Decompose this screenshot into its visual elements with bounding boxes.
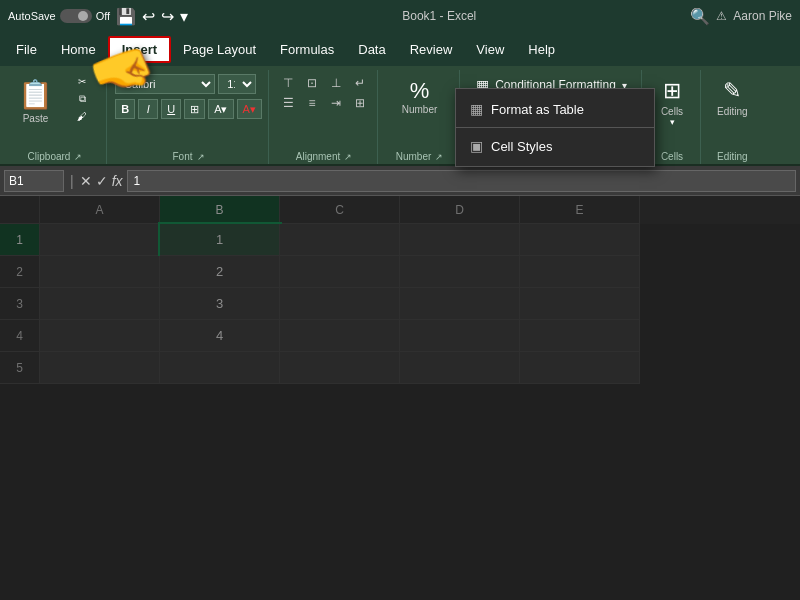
cell-d2[interactable] bbox=[400, 256, 520, 288]
col-header-d[interactable]: D bbox=[400, 196, 520, 224]
cell-b4[interactable]: 4 bbox=[160, 320, 280, 352]
clipboard-group: 📋 Paste ✂ ⧉ 🖌 Clipboard ↗ bbox=[4, 70, 107, 164]
format-table-dropdown-label: Format as Table bbox=[491, 102, 584, 117]
menu-review[interactable]: Review bbox=[398, 38, 465, 61]
align-bottom-button[interactable]: ⊥ bbox=[325, 74, 347, 92]
number-content: % Number bbox=[396, 70, 444, 151]
cell-d3[interactable] bbox=[400, 288, 520, 320]
cut-icon: ✂ bbox=[78, 76, 86, 87]
row-header-5[interactable]: 5 bbox=[0, 352, 40, 384]
font-label: Font ↗ bbox=[172, 151, 204, 164]
customize-icon[interactable]: ▾ bbox=[180, 7, 188, 26]
format-painter-button[interactable]: 🖌 bbox=[64, 109, 100, 124]
font-color-button[interactable]: A▾ bbox=[237, 99, 262, 119]
align-right-button[interactable]: ⇥ bbox=[325, 94, 347, 112]
cell-a3[interactable] bbox=[40, 288, 160, 320]
underline-button[interactable]: U bbox=[161, 99, 181, 119]
undo-icon[interactable]: ↩ bbox=[142, 7, 155, 26]
formula-cancel-icon[interactable]: ✕ bbox=[80, 173, 92, 189]
menu-page-layout[interactable]: Page Layout bbox=[171, 38, 268, 61]
row-header-2[interactable]: 2 bbox=[0, 256, 40, 288]
alignment-expand-icon[interactable]: ↗ bbox=[344, 152, 352, 162]
cell-c4[interactable] bbox=[280, 320, 400, 352]
cell-c2[interactable] bbox=[280, 256, 400, 288]
autosave-toggle[interactable]: AutoSave Off bbox=[8, 9, 110, 23]
formula-icons: ✕ ✓ bbox=[80, 173, 108, 189]
editing-icon: ✎ bbox=[723, 78, 741, 104]
cell-reference[interactable]: B1 bbox=[4, 170, 64, 192]
cell-e1[interactable] bbox=[520, 224, 640, 256]
cell-b2[interactable]: 2 bbox=[160, 256, 280, 288]
autosave-switch[interactable] bbox=[60, 9, 92, 23]
align-center-button[interactable]: ≡ bbox=[301, 94, 323, 112]
cut-button[interactable]: ✂ bbox=[64, 74, 100, 89]
cell-e2[interactable] bbox=[520, 256, 640, 288]
row-header-1[interactable]: 1 bbox=[0, 224, 40, 256]
dropdown-format-as-table[interactable]: ▦ Format as Table bbox=[456, 93, 654, 125]
column-headers: A B C D E bbox=[0, 196, 800, 224]
font-expand-icon[interactable]: ↗ bbox=[197, 152, 205, 162]
cell-d5[interactable] bbox=[400, 352, 520, 384]
cell-e4[interactable] bbox=[520, 320, 640, 352]
cell-a2[interactable] bbox=[40, 256, 160, 288]
cell-e3[interactable] bbox=[520, 288, 640, 320]
menu-help[interactable]: Help bbox=[516, 38, 567, 61]
menu-insert[interactable]: Insert bbox=[108, 36, 171, 63]
cell-c5[interactable] bbox=[280, 352, 400, 384]
number-format-button[interactable]: % Number bbox=[396, 74, 444, 119]
row-header-4[interactable]: 4 bbox=[0, 320, 40, 352]
col-header-c[interactable]: C bbox=[280, 196, 400, 224]
cell-a5[interactable] bbox=[40, 352, 160, 384]
dropdown-cell-styles[interactable]: ▣ Cell Styles bbox=[456, 130, 654, 162]
formula-divider: | bbox=[68, 173, 76, 189]
cell-a1[interactable] bbox=[40, 224, 160, 256]
bold-button[interactable]: B bbox=[115, 99, 135, 119]
table-row: 1 1 bbox=[0, 224, 800, 256]
fill-color-button[interactable]: A▾ bbox=[208, 99, 233, 119]
menu-file[interactable]: File bbox=[4, 38, 49, 61]
menu-formulas[interactable]: Formulas bbox=[268, 38, 346, 61]
italic-button[interactable]: I bbox=[138, 99, 158, 119]
alignment-group: ⊤ ⊡ ⊥ ↵ ☰ ≡ ⇥ ⊞ Alignment ↗ bbox=[271, 70, 378, 164]
cell-c1[interactable] bbox=[280, 224, 400, 256]
align-top-button[interactable]: ⊤ bbox=[277, 74, 299, 92]
paste-button[interactable]: 📋 Paste bbox=[10, 74, 61, 128]
corner-cell bbox=[0, 196, 40, 224]
merge-button[interactable]: ⊞ bbox=[349, 94, 371, 112]
col-header-a[interactable]: A bbox=[40, 196, 160, 224]
sheet-container: A B C D E 1 1 2 2 bbox=[0, 196, 800, 600]
cell-b3[interactable]: 3 bbox=[160, 288, 280, 320]
font-name-select[interactable]: Calibri bbox=[115, 74, 215, 94]
cells-button[interactable]: ⊞ Cells ▾ bbox=[650, 74, 694, 131]
ribbon: 📋 Paste ✂ ⧉ 🖌 Clipboard ↗ bbox=[0, 66, 800, 166]
font-name-row: Calibri 11 bbox=[115, 74, 256, 94]
menu-data[interactable]: Data bbox=[346, 38, 397, 61]
clipboard-expand-icon[interactable]: ↗ bbox=[74, 152, 82, 162]
col-header-b[interactable]: B bbox=[160, 196, 280, 224]
col-header-e[interactable]: E bbox=[520, 196, 640, 224]
formula-confirm-icon[interactable]: ✓ bbox=[96, 173, 108, 189]
search-icon[interactable]: 🔍 bbox=[690, 7, 710, 26]
cell-a4[interactable] bbox=[40, 320, 160, 352]
copy-button[interactable]: ⧉ bbox=[64, 91, 100, 107]
formula-input[interactable] bbox=[127, 170, 796, 192]
editing-button[interactable]: ✎ Editing bbox=[709, 74, 756, 121]
menu-view[interactable]: View bbox=[464, 38, 516, 61]
wrap-text-button[interactable]: ↵ bbox=[349, 74, 371, 92]
number-expand-icon[interactable]: ↗ bbox=[435, 152, 443, 162]
cell-b1[interactable]: 1 bbox=[160, 224, 280, 256]
save-icon[interactable]: 💾 bbox=[116, 7, 136, 26]
menu-home[interactable]: Home bbox=[49, 38, 108, 61]
row-header-3[interactable]: 3 bbox=[0, 288, 40, 320]
cell-e5[interactable] bbox=[520, 352, 640, 384]
cell-d1[interactable] bbox=[400, 224, 520, 256]
font-size-select[interactable]: 11 bbox=[218, 74, 256, 94]
align-middle-button[interactable]: ⊡ bbox=[301, 74, 323, 92]
table-row: 2 2 bbox=[0, 256, 800, 288]
redo-icon[interactable]: ↪ bbox=[161, 7, 174, 26]
cell-b5[interactable] bbox=[160, 352, 280, 384]
cell-d4[interactable] bbox=[400, 320, 520, 352]
align-left-button[interactable]: ☰ bbox=[277, 94, 299, 112]
cell-c3[interactable] bbox=[280, 288, 400, 320]
border-button[interactable]: ⊞ bbox=[184, 99, 205, 119]
